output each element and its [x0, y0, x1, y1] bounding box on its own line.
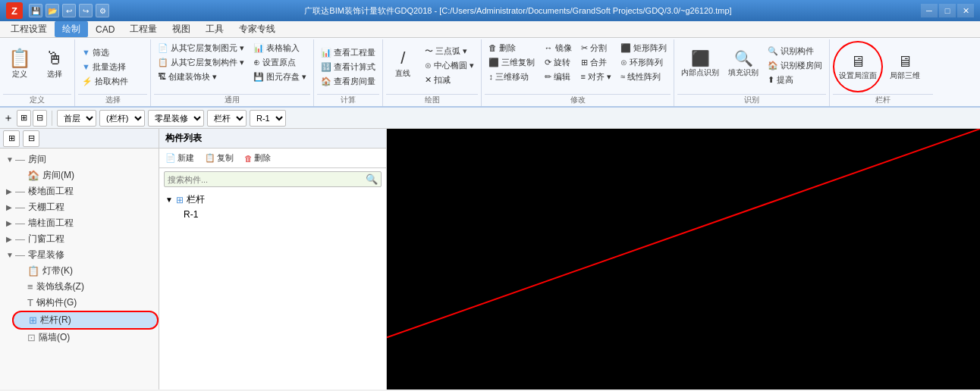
left-panel-tree: ▼ — 房间 🏠 房间(M) ▶ — 楼地面工程 ▶ — 天棚工程 [0, 149, 159, 389]
comp-tree-railing-group[interactable]: ▼ ⊞ 栏杆 [165, 192, 380, 208]
ribbon-group-railing-label: 栏杆 [833, 94, 933, 105]
tree-item-room-group[interactable]: ▼ — 房间 [0, 152, 159, 167]
canvas-viewport[interactable] [387, 129, 980, 389]
ribbon-btn-inner-point[interactable]: ⬛ 内部点识别 [677, 41, 723, 86]
search-icon: 🔍 [366, 174, 378, 185]
ribbon-group-define: 📋 定义 🖱 选择 定义 [0, 39, 75, 106]
ribbon-btn-mirror[interactable]: ↔ 镜像 [541, 41, 576, 55]
comp-tree: ▼ ⊞ 栏杆 R-1 [159, 190, 386, 389]
ribbon-btn-pick[interactable]: ⚡ 拾取构件 [78, 74, 132, 88]
menu-project-settings[interactable]: 工程设置 [3, 21, 55, 37]
ribbon-group-modify: 🗑 删除 ⬛ 三维复制 ↕ 三维移动 ↔ 镜像 ⟳ 旋转 ✏ 编辑 ✂ 分割 ⊞… [482, 39, 674, 106]
menu-view[interactable]: 视图 [165, 21, 198, 37]
left-collapse-btn[interactable]: ⊟ [23, 130, 39, 147]
menu-tools[interactable]: 工具 [198, 21, 231, 37]
maximize-button[interactable]: □ [939, 4, 956, 17]
ribbon-group-modify-content: 🗑 删除 ⬛ 三维复制 ↕ 三维移动 ↔ 镜像 ⟳ 旋转 ✏ 编辑 ✂ 分割 ⊞… [485, 41, 671, 92]
ribbon-btn-define[interactable]: 📋 定义 [3, 41, 36, 86]
tree-item-railing[interactable]: ⊞ 栏杆(R) [12, 311, 159, 330]
menu-draw[interactable]: 绘制 [55, 21, 88, 37]
ribbon-btn-rect-array[interactable]: ⬛ 矩形阵列 [617, 41, 671, 55]
tree-item-misc-group[interactable]: ▼ — 零星装修 [0, 247, 159, 263]
ribbon-btn-view-quantities[interactable]: 📊 查看工程量 [317, 45, 379, 59]
ribbon-group-calc-label: 计算 [317, 94, 379, 105]
ribbon-btn-split[interactable]: ✂ 分割 [577, 41, 616, 55]
ribbon-btn-circle-array[interactable]: ⊙ 环形阵列 [617, 55, 671, 69]
tree-item-door-window[interactable]: ▶ — 门窗工程 [0, 231, 159, 247]
menu-quantities[interactable]: 工程量 [122, 21, 165, 37]
menu-expert[interactable]: 专家专线 [231, 21, 283, 37]
ribbon-btn-line[interactable]: / 直线 [386, 41, 419, 86]
plus-icon: ＋ [3, 111, 14, 125]
ribbon-btn-3d-move[interactable]: ↕ 三维移动 [485, 70, 539, 83]
ribbon-btn-edit[interactable]: ✏ 编辑 [541, 70, 576, 83]
ribbon-group-common-label: 通用 [154, 94, 310, 105]
close-button[interactable]: ✕ [957, 4, 974, 17]
comp-tree-r1-item[interactable]: R-1 [165, 208, 380, 221]
ribbon-btn-batch-select[interactable]: ▼ 批量选择 [78, 60, 132, 74]
ribbon-btn-subtract[interactable]: ✕ 扣减 [421, 73, 478, 86]
ribbon-btn-local-3d[interactable]: 🖥 局部三维 [886, 44, 924, 89]
menu-cad[interactable]: CAD [88, 23, 122, 36]
tree-item-steel[interactable]: T 钢构件(G) [12, 295, 159, 311]
ribbon-btn-copy-from-floor-ele[interactable]: 📄 从其它层复制图元 ▾ [154, 41, 248, 55]
settings-icon[interactable]: ⚙ [96, 4, 109, 17]
window-controls: ─ □ ✕ [921, 4, 974, 17]
floor-select[interactable]: 首层 [57, 110, 96, 127]
undo-icon[interactable]: ↩ [62, 4, 76, 17]
ribbon-btn-fill-recognize[interactable]: 🔍 填充识别 [724, 41, 762, 86]
view-btn-2[interactable]: ⊟ [33, 110, 47, 127]
tree-item-room[interactable]: 🏠 房间(M) [12, 167, 159, 183]
ribbon-group-common: 📄 从其它层复制图元 ▾ 📋 从其它层复制构件 ▾ 🏗 创建装饰块 ▾ 📊 表格… [151, 39, 314, 106]
tree-item-partition[interactable]: ⊡ 隔墙(O) [12, 330, 159, 346]
ribbon-btn-view-room-qty[interactable]: 🏠 查看房间量 [317, 74, 379, 88]
ribbon-btn-3d-copy[interactable]: ⬛ 三维复制 [485, 55, 539, 69]
comp-search-bar[interactable]: 🔍 [164, 171, 382, 187]
type-select[interactable]: 零星装修 [148, 110, 204, 127]
ribbon-btn-filter[interactable]: ▼ 筛选 [78, 45, 132, 59]
tree-item-wall[interactable]: ▶ — 墙柱面工程 [0, 215, 159, 231]
ribbon-btn-create-deco[interactable]: 🏗 创建装饰块 ▾ [154, 70, 248, 83]
ribbon: 📋 定义 🖱 选择 定义 ▼ 筛选 ▼ 批量选择 ⚡ 拾取构件 选择 [0, 38, 980, 108]
minimize-button[interactable]: ─ [921, 4, 938, 17]
ribbon-btn-raise[interactable]: ⬆ 提高 [764, 73, 826, 86]
open-icon[interactable]: 📂 [46, 4, 59, 17]
ribbon-btn-align[interactable]: ≡ 对齐 ▾ [577, 70, 616, 83]
comp-search-input[interactable] [168, 175, 366, 184]
tree-item-floor[interactable]: ▶ — 楼地面工程 [0, 183, 159, 199]
tree-item-ceiling[interactable]: ▶ — 天棚工程 [0, 199, 159, 215]
ribbon-btn-save-ele[interactable]: 💾 图元存盘 ▾ [250, 70, 310, 83]
ribbon-btn-set-origin[interactable]: ⊕ 设置原点 [250, 55, 310, 69]
ribbon-btn-ellipse[interactable]: ⊙ 中心椭圆 ▾ [421, 58, 478, 72]
save-icon[interactable]: 💾 [29, 4, 42, 17]
comp-name-select[interactable]: R-1 [250, 110, 286, 127]
ribbon-btn-view-formula[interactable]: 🔢 查看计算式 [317, 60, 379, 74]
ribbon-btn-merge[interactable]: ⊞ 合并 [577, 55, 616, 69]
tree-item-deco-line[interactable]: ≡ 装饰线条(Z) [12, 279, 159, 295]
ribbon-btn-recognize-comp[interactable]: 🔍 识别构件 [764, 44, 826, 58]
set-render-face-highlight: 🖥 设置局渲面 [833, 41, 883, 92]
ribbon-draw-small: 〜 三点弧 ▾ ⊙ 中心椭圆 ▾ ✕ 扣减 [421, 41, 478, 86]
ribbon-btn-set-render-face[interactable]: 🖥 设置局渲面 [836, 44, 880, 89]
comp-btn-delete[interactable]: 🗑 删除 [241, 152, 274, 164]
ribbon-btn-table-input[interactable]: 📊 表格输入 [250, 41, 310, 55]
tree-item-lightstrip[interactable]: 📋 灯带(K) [12, 263, 159, 279]
left-expand-btn[interactable]: ⊞ [3, 130, 20, 147]
canvas-area [387, 129, 980, 389]
view-btn-1[interactable]: ⊞ [17, 110, 31, 127]
comp-type-select[interactable]: 栏杆 [207, 110, 247, 127]
ribbon-btn-copy-from-floor-comp[interactable]: 📋 从其它层复制构件 ▾ [154, 55, 248, 69]
ribbon-btn-delete[interactable]: 🗑 删除 [485, 41, 539, 55]
ribbon-group-calc: 📊 查看工程量 🔢 查看计算式 🏠 查看房间量 计算 [314, 39, 383, 106]
ribbon-btn-linear-array[interactable]: ≈ 线性阵列 [617, 70, 671, 83]
ribbon-btn-select[interactable]: 🖱 选择 [38, 41, 71, 86]
category-select[interactable]: (栏杆) [99, 110, 145, 127]
comp-btn-new[interactable]: 📄 新建 [162, 152, 197, 164]
comp-btn-copy[interactable]: 📋 复制 [202, 152, 237, 164]
ribbon-btn-3arc[interactable]: 〜 三点弧 ▾ [421, 44, 478, 58]
redo-icon[interactable]: ↪ [79, 4, 93, 17]
ribbon-group-modify-label: 修改 [485, 94, 671, 105]
ribbon-btn-rotate[interactable]: ⟳ 旋转 [541, 55, 576, 69]
comp-tree-r1-label: R-1 [184, 209, 198, 220]
ribbon-btn-recognize-room[interactable]: 🏠 识别楼房间 [764, 58, 826, 72]
